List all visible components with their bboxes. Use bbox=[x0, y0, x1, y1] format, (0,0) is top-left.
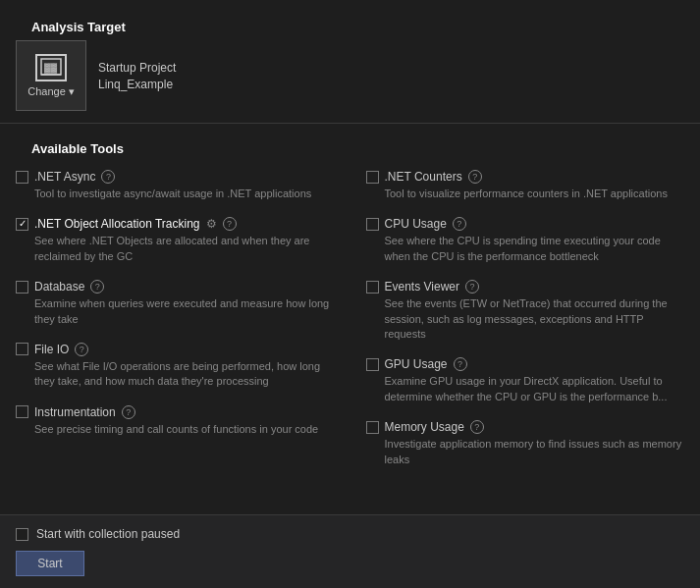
tool-net-counters: .NET Counters ? Tool to visualize perfor… bbox=[350, 162, 685, 209]
cpu-usage-description: See where the CPU is spending time execu… bbox=[366, 234, 685, 264]
database-info-icon[interactable]: ? bbox=[90, 280, 104, 294]
net-async-info-icon[interactable]: ? bbox=[101, 170, 115, 184]
net-object-allocation-checkbox[interactable] bbox=[16, 218, 28, 231]
net-counters-name: .NET Counters bbox=[385, 170, 462, 184]
tool-gpu-usage: GPU Usage ? Examine GPU usage in your Di… bbox=[350, 349, 685, 412]
svg-text:▓▓: ▓▓ bbox=[44, 63, 58, 74]
cpu-usage-info-icon[interactable]: ? bbox=[453, 217, 466, 231]
gpu-usage-checkbox[interactable] bbox=[366, 358, 379, 371]
tool-database: Database ? Examine when queries were exe… bbox=[16, 272, 350, 335]
memory-usage-description: Investigate application memory to find i… bbox=[366, 437, 685, 467]
gpu-usage-info-icon[interactable]: ? bbox=[454, 357, 467, 371]
events-viewer-info-icon[interactable]: ? bbox=[465, 280, 479, 294]
memory-usage-info-icon[interactable]: ? bbox=[470, 420, 484, 434]
events-viewer-name: Events Viewer bbox=[385, 280, 459, 294]
tool-events-viewer: Events Viewer ? See the events (ETW or N… bbox=[350, 272, 685, 349]
gpu-usage-description: Examine GPU usage in your DirectX applic… bbox=[366, 374, 685, 404]
net-async-name: .NET Async bbox=[34, 170, 95, 184]
file-io-description: See what File I/O operations are being p… bbox=[16, 359, 343, 390]
file-io-info-icon[interactable]: ? bbox=[75, 343, 88, 356]
instrumentation-name: Instrumentation bbox=[34, 405, 116, 419]
database-description: Examine when queries were executed and m… bbox=[16, 296, 343, 327]
project-type-label: Startup Project bbox=[98, 61, 176, 75]
divider-1 bbox=[0, 123, 700, 124]
cpu-usage-checkbox[interactable] bbox=[366, 218, 379, 231]
change-target-label: Change ▾ bbox=[27, 85, 75, 98]
left-tools-column: .NET Async ? Tool to investigate async/a… bbox=[16, 162, 350, 475]
start-paused-label: Start with collection paused bbox=[36, 527, 180, 541]
analysis-target-title: Analysis Target bbox=[16, 10, 684, 40]
target-icon: ▓▓ bbox=[35, 54, 67, 81]
gpu-usage-name: GPU Usage bbox=[385, 357, 448, 371]
change-target-button[interactable]: ▓▓ Change ▾ bbox=[16, 40, 86, 111]
available-tools-title: Available Tools bbox=[16, 132, 684, 162]
tool-cpu-usage: CPU Usage ? See where the CPU is spendin… bbox=[350, 209, 685, 272]
right-tools-column: .NET Counters ? Tool to visualize perfor… bbox=[350, 162, 685, 475]
events-viewer-checkbox[interactable] bbox=[366, 281, 379, 294]
net-counters-description: Tool to visualize performance counters i… bbox=[366, 187, 685, 201]
net-async-description: Tool to investigate async/await usage in… bbox=[16, 187, 343, 201]
instrumentation-description: See precise timing and call counts of fu… bbox=[16, 422, 343, 437]
file-io-checkbox[interactable] bbox=[16, 343, 28, 355]
bottom-section: Start with collection paused Start bbox=[0, 514, 700, 588]
net-object-allocation-description: See where .NET Objects are allocated and… bbox=[16, 234, 343, 264]
instrumentation-checkbox[interactable] bbox=[16, 405, 28, 418]
memory-usage-name: Memory Usage bbox=[385, 420, 464, 434]
tool-memory-usage: Memory Usage ? Investigate application m… bbox=[350, 412, 685, 475]
start-paused-checkbox[interactable] bbox=[16, 528, 28, 541]
change-target-arrow: ▾ bbox=[69, 85, 75, 98]
net-counters-info-icon[interactable]: ? bbox=[468, 170, 482, 184]
database-name: Database bbox=[34, 280, 84, 294]
file-io-name: File IO bbox=[34, 343, 69, 356]
net-async-checkbox[interactable] bbox=[16, 171, 28, 184]
cpu-usage-name: CPU Usage bbox=[385, 217, 447, 231]
tool-file-io: File IO ? See what File I/O operations a… bbox=[16, 335, 350, 398]
start-paused-row: Start with collection paused bbox=[16, 527, 684, 541]
instrumentation-info-icon[interactable]: ? bbox=[122, 405, 135, 419]
tool-net-async: .NET Async ? Tool to investigate async/a… bbox=[16, 162, 350, 209]
net-object-allocation-name: .NET Object Allocation Tracking bbox=[34, 217, 200, 231]
database-checkbox[interactable] bbox=[16, 281, 28, 294]
net-counters-checkbox[interactable] bbox=[366, 171, 379, 184]
events-viewer-description: See the events (ETW or NetTrace) that oc… bbox=[366, 296, 685, 342]
memory-usage-checkbox[interactable] bbox=[366, 421, 379, 434]
net-object-allocation-info-icon[interactable]: ? bbox=[223, 217, 237, 231]
tool-instrumentation: Instrumentation ? See precise timing and… bbox=[16, 398, 350, 445]
net-object-allocation-gear-icon[interactable]: ⚙ bbox=[206, 217, 217, 231]
project-name: Linq_Example bbox=[98, 78, 176, 91]
start-button[interactable]: Start bbox=[16, 551, 84, 576]
tool-net-object-allocation: .NET Object Allocation Tracking ⚙ ? See … bbox=[16, 209, 350, 272]
